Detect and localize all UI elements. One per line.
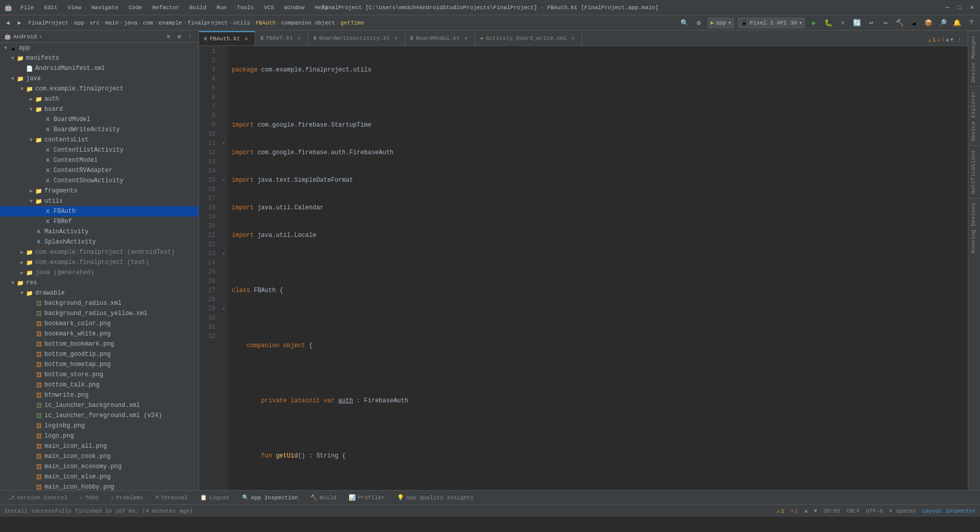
avd-button[interactable]: 📱: [909, 17, 920, 29]
breadcrumb-src[interactable]: src: [90, 20, 100, 26]
indent-size[interactable]: 4 spaces: [889, 508, 916, 514]
terminal-tab[interactable]: ⌘ Terminal: [152, 492, 192, 503]
problems-tab[interactable]: ⚠ Problems: [107, 492, 147, 503]
tree-item-splashactivity[interactable]: K SplashActivity: [0, 237, 199, 247]
sync-button[interactable]: 🔄: [851, 17, 863, 29]
app-inspection-tab[interactable]: 🔍 App Inspection: [238, 492, 302, 503]
gutter-29[interactable]: ▾: [219, 304, 228, 313]
arrow-up-icon[interactable]: ▲: [946, 37, 949, 43]
tree-item-utils[interactable]: ▼ 📁 utils: [0, 196, 199, 206]
tree-item-main-icon-all[interactable]: 🖼 main_icon_all.png: [0, 441, 199, 451]
tree-item-res[interactable]: ▼ 📁 res: [0, 278, 199, 288]
back-button[interactable]: ◀: [3, 17, 13, 29]
menu-window[interactable]: Window: [282, 4, 307, 12]
tree-item-ic-launcher-fg[interactable]: 🖼 ic_launcher_foreground.xml (v24): [0, 410, 199, 421]
tree-item-bottom-hometap[interactable]: 🖼 bottom_hometap.png: [0, 359, 199, 370]
gutter-23[interactable]: ▾: [219, 249, 228, 258]
boardwrite-tab-close[interactable]: ✕: [393, 35, 400, 42]
tree-item-main-icon-cook[interactable]: 🖼 main_icon_cook.png: [0, 451, 199, 462]
breadcrumb-fbauth[interactable]: FBAuth: [256, 20, 276, 26]
version-control-tab[interactable]: ⎇ Version Control: [4, 492, 71, 503]
breadcrumb-main[interactable]: main: [105, 20, 118, 26]
run-config-selector[interactable]: ▶ app ▾: [707, 17, 734, 29]
tree-item-contentlistactivity[interactable]: K ContentListActivity: [0, 145, 199, 155]
tree-item-loginbg[interactable]: 🖼 loginbg.png: [0, 421, 199, 431]
breadcrumb-finalproject[interactable]: FinalProject: [28, 20, 68, 26]
tree-item-fbauth[interactable]: K FBAuth: [0, 206, 199, 216]
menu-vcs[interactable]: VCS: [262, 4, 276, 12]
minimize-button[interactable]: ─: [943, 4, 951, 12]
find-button[interactable]: 🔎: [937, 17, 948, 29]
tree-item-board[interactable]: ▼ 📁 board: [0, 104, 199, 114]
menu-view[interactable]: View: [66, 4, 83, 12]
profile-button[interactable]: ⚡: [837, 17, 848, 29]
tree-item-bottom-bookmark[interactable]: 🖼 bottom_bookmark.png: [0, 339, 199, 349]
settings-button[interactable]: ⚙: [693, 17, 704, 29]
sdk-button[interactable]: 📦: [923, 17, 934, 29]
encoding[interactable]: UTF-8: [866, 508, 883, 514]
layout-inspector-button[interactable]: Layout Inspector: [922, 508, 976, 514]
search-everywhere-button[interactable]: 🔍: [679, 17, 690, 29]
breadcrumb-gettime[interactable]: getTime: [340, 20, 364, 26]
arrow-up-status[interactable]: ▲: [804, 508, 808, 514]
menu-build[interactable]: Build: [187, 4, 208, 12]
sidebar-more-button[interactable]: ⋮: [185, 32, 194, 41]
tree-item-bottom-goodtip[interactable]: 🖼 bottom_goodtip.png: [0, 349, 199, 359]
breadcrumb-companion[interactable]: companion object: [281, 20, 335, 26]
tab-fbref[interactable]: K FBRef.kt ✕: [255, 31, 308, 45]
menu-tools[interactable]: Tools: [235, 4, 256, 12]
tree-item-contentslist[interactable]: ▼ 📁 contentsList: [0, 135, 199, 145]
forward-button[interactable]: ▶: [15, 17, 24, 29]
tree-item-auth[interactable]: ▶ 📁 auth: [0, 94, 199, 104]
tree-item-contentrvadapter[interactable]: K ContentRVAdapter: [0, 165, 199, 176]
code-editor[interactable]: 1 2 3 4 5 6 7 8 9 10 11 12 13 14 15 16 1…: [199, 46, 968, 490]
logcat-tab[interactable]: 📋 Logcat: [196, 492, 234, 503]
tree-item-background-radius-yellow[interactable]: 🖼 background_radius_yellow.xml: [0, 308, 199, 319]
tree-item-drawable[interactable]: ▼ 📁 drawable: [0, 288, 199, 298]
profiler-tab[interactable]: 📊 Profiler: [345, 492, 389, 503]
tree-item-app[interactable]: ▼ 📱 app: [0, 43, 199, 53]
build-button[interactable]: 🔨: [894, 17, 905, 29]
tree-item-java[interactable]: ▼ 📁 java: [0, 74, 199, 84]
tree-item-main-icon-else[interactable]: 🖼 main_icon_else.png: [0, 472, 199, 482]
tree-item-manifests[interactable]: ▼ 📁 manifests: [0, 53, 199, 63]
fbauth-tab-close[interactable]: ✕: [242, 35, 250, 42]
close-button[interactable]: ✕: [968, 4, 976, 12]
sidebar-collapse-button[interactable]: ≡: [164, 32, 173, 41]
tab-fbauth[interactable]: K FBAuth.kt ✕: [199, 31, 255, 45]
undo-button[interactable]: ↩: [866, 17, 877, 29]
tree-item-contentshowactivity[interactable]: K ContentShowActivity: [0, 176, 199, 186]
gutter-15[interactable]: ▾: [219, 176, 228, 185]
tree-item-mainactivity[interactable]: K MainActivity: [0, 227, 199, 237]
tree-item-main-icon-economy[interactable]: 🖼 main_icon_economy.png: [0, 462, 199, 472]
tree-item-background-radius[interactable]: 🖼 background_radius.xml: [0, 298, 199, 308]
activity-board-write-tab-close[interactable]: ✕: [569, 35, 576, 42]
tree-item-bookmark-color[interactable]: 🖼 bookmark_color.png: [0, 319, 199, 329]
tree-item-main-icon-hobby[interactable]: 🖼 main_icon_hobby.png: [0, 482, 199, 490]
tree-item-boardmodel[interactable]: K BoardModel: [0, 114, 199, 125]
editor-more-button[interactable]: ⋮: [953, 34, 965, 45]
tree-item-contentmodel[interactable]: K ContentModel: [0, 155, 199, 165]
menu-refactor[interactable]: Refactor: [150, 4, 181, 12]
build-tab[interactable]: 🔨 Build: [306, 492, 340, 503]
run-button[interactable]: ▶: [808, 17, 820, 29]
maximize-button[interactable]: □: [955, 4, 964, 12]
tree-item-com-example-androidtest[interactable]: ▶ 📁 com.example.finalproject (androidTes…: [0, 247, 199, 257]
notifications-tab[interactable]: Notifications: [968, 146, 980, 198]
tab-boardwrite[interactable]: K BoardWriteActivity.kt ✕: [308, 31, 405, 45]
tree-item-fbref[interactable]: K FBRef: [0, 216, 199, 227]
menu-code[interactable]: Code: [127, 4, 144, 12]
breadcrumb-utils[interactable]: utils: [233, 20, 250, 26]
menu-edit[interactable]: Edit: [42, 4, 59, 12]
boardmodel-tab-close[interactable]: ✕: [462, 35, 470, 42]
arrow-down-icon[interactable]: ▼: [950, 37, 953, 43]
menu-file[interactable]: File: [18, 4, 36, 12]
line-ending[interactable]: CRLF: [846, 508, 860, 514]
tree-item-bottom-talk[interactable]: 🖼 bottom_talk.png: [0, 380, 199, 390]
tree-item-bookmark-white[interactable]: 🖼 bookmark_white.png: [0, 329, 199, 339]
code-text[interactable]: package com.example.finalproject.utils i…: [228, 46, 968, 490]
menu-navigate[interactable]: Navigate: [89, 4, 120, 12]
tree-item-com-example[interactable]: ▼ 📁 com.example.finalproject: [0, 84, 199, 94]
breadcrumb-app[interactable]: app: [74, 20, 84, 26]
tree-item-androidmanifest[interactable]: 📄 AndroidManifest.xml: [0, 63, 199, 74]
